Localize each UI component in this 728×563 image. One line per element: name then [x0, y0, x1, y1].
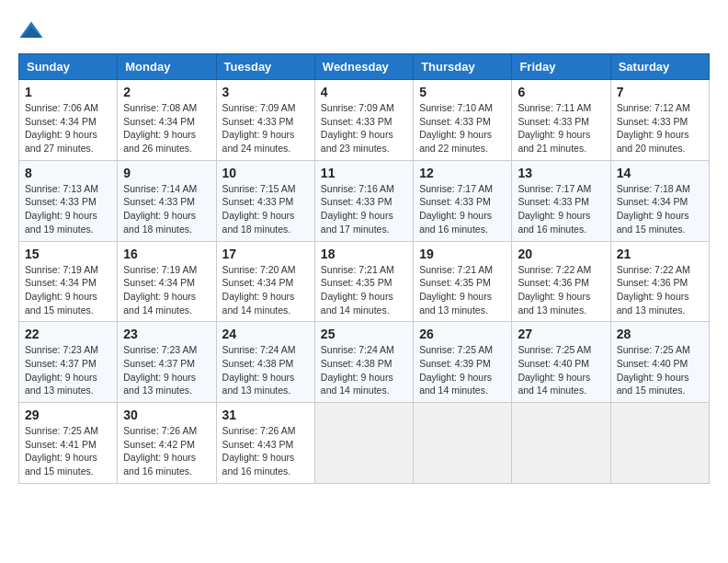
- day-number: 10: [222, 166, 309, 180]
- calendar-cell: 23 Sunrise: 7:23 AM Sunset: 4:37 PM Dayl…: [118, 322, 216, 403]
- calendar-cell: 7 Sunrise: 7:12 AM Sunset: 4:33 PM Dayli…: [610, 80, 709, 161]
- weekday-header: Tuesday: [216, 54, 314, 80]
- day-info: Sunrise: 7:06 AM Sunset: 4:34 PM Dayligh…: [25, 101, 111, 155]
- day-info: Sunrise: 7:13 AM Sunset: 4:33 PM Dayligh…: [25, 182, 111, 236]
- calendar-cell: 3 Sunrise: 7:09 AM Sunset: 4:33 PM Dayli…: [216, 80, 314, 161]
- calendar-cell: 17 Sunrise: 7:20 AM Sunset: 4:34 PM Dayl…: [216, 241, 314, 322]
- day-info: Sunrise: 7:14 AM Sunset: 4:33 PM Dayligh…: [123, 182, 210, 236]
- day-info: Sunrise: 7:23 AM Sunset: 4:37 PM Dayligh…: [25, 343, 111, 397]
- calendar-table: SundayMondayTuesdayWednesdayThursdayFrid…: [18, 53, 710, 484]
- day-info: Sunrise: 7:26 AM Sunset: 4:43 PM Dayligh…: [222, 424, 309, 478]
- calendar-cell: 5 Sunrise: 7:10 AM Sunset: 4:33 PM Dayli…: [414, 80, 512, 161]
- day-number: 5: [419, 85, 506, 99]
- calendar-cell: 6 Sunrise: 7:11 AM Sunset: 4:33 PM Dayli…: [512, 80, 610, 161]
- page-header: [18, 18, 710, 44]
- day-number: 1: [25, 85, 111, 99]
- day-number: 11: [321, 166, 407, 180]
- day-info: Sunrise: 7:08 AM Sunset: 4:34 PM Dayligh…: [123, 101, 210, 155]
- day-info: Sunrise: 7:24 AM Sunset: 4:38 PM Dayligh…: [321, 343, 407, 397]
- day-number: 18: [321, 247, 407, 261]
- calendar-cell: 13 Sunrise: 7:17 AM Sunset: 4:33 PM Dayl…: [512, 160, 610, 241]
- calendar-week: 15 Sunrise: 7:19 AM Sunset: 4:34 PM Dayl…: [19, 241, 710, 322]
- calendar-cell: 14 Sunrise: 7:18 AM Sunset: 4:34 PM Dayl…: [610, 160, 709, 241]
- weekday-header: Sunday: [19, 54, 118, 80]
- calendar-cell: 8 Sunrise: 7:13 AM Sunset: 4:33 PM Dayli…: [19, 160, 118, 241]
- calendar-cell: 1 Sunrise: 7:06 AM Sunset: 4:34 PM Dayli…: [19, 80, 118, 161]
- weekday-header: Saturday: [610, 54, 709, 80]
- calendar-cell: 21 Sunrise: 7:22 AM Sunset: 4:36 PM Dayl…: [610, 241, 709, 322]
- day-number: 27: [518, 327, 604, 341]
- calendar-cell: 22 Sunrise: 7:23 AM Sunset: 4:37 PM Dayl…: [19, 322, 118, 403]
- calendar-week: 22 Sunrise: 7:23 AM Sunset: 4:37 PM Dayl…: [19, 322, 710, 403]
- calendar-cell: 2 Sunrise: 7:08 AM Sunset: 4:34 PM Dayli…: [118, 80, 216, 161]
- day-number: 23: [123, 327, 210, 341]
- day-info: Sunrise: 7:23 AM Sunset: 4:37 PM Dayligh…: [123, 343, 210, 397]
- calendar-cell: 15 Sunrise: 7:19 AM Sunset: 4:34 PM Dayl…: [19, 241, 118, 322]
- day-number: 25: [321, 327, 407, 341]
- day-info: Sunrise: 7:24 AM Sunset: 4:38 PM Dayligh…: [222, 343, 309, 397]
- calendar-cell: [414, 403, 512, 484]
- day-info: Sunrise: 7:19 AM Sunset: 4:34 PM Dayligh…: [25, 263, 111, 317]
- calendar-cell: 28 Sunrise: 7:25 AM Sunset: 4:40 PM Dayl…: [610, 322, 709, 403]
- day-number: 6: [518, 85, 604, 99]
- day-number: 29: [25, 408, 111, 422]
- day-number: 20: [518, 247, 604, 261]
- calendar-cell: 9 Sunrise: 7:14 AM Sunset: 4:33 PM Dayli…: [118, 160, 216, 241]
- calendar-cell: 24 Sunrise: 7:24 AM Sunset: 4:38 PM Dayl…: [216, 322, 314, 403]
- day-number: 8: [25, 166, 111, 180]
- weekday-header: Monday: [118, 54, 216, 80]
- calendar-cell: 10 Sunrise: 7:15 AM Sunset: 4:33 PM Dayl…: [216, 160, 314, 241]
- day-info: Sunrise: 7:12 AM Sunset: 4:33 PM Dayligh…: [617, 101, 703, 155]
- calendar-cell: [314, 403, 413, 484]
- day-info: Sunrise: 7:21 AM Sunset: 4:35 PM Dayligh…: [321, 263, 407, 317]
- calendar-cell: 30 Sunrise: 7:26 AM Sunset: 4:42 PM Dayl…: [118, 403, 216, 484]
- day-info: Sunrise: 7:17 AM Sunset: 4:33 PM Dayligh…: [419, 182, 506, 236]
- calendar-cell: 27 Sunrise: 7:25 AM Sunset: 4:40 PM Dayl…: [512, 322, 610, 403]
- calendar-cell: 16 Sunrise: 7:19 AM Sunset: 4:34 PM Dayl…: [118, 241, 216, 322]
- weekday-header: Friday: [512, 54, 610, 80]
- calendar-cell: 18 Sunrise: 7:21 AM Sunset: 4:35 PM Dayl…: [314, 241, 413, 322]
- day-number: 12: [419, 166, 506, 180]
- calendar-cell: 26 Sunrise: 7:25 AM Sunset: 4:39 PM Dayl…: [414, 322, 512, 403]
- day-info: Sunrise: 7:25 AM Sunset: 4:39 PM Dayligh…: [419, 343, 506, 397]
- day-number: 26: [419, 327, 506, 341]
- day-number: 30: [123, 408, 210, 422]
- day-info: Sunrise: 7:25 AM Sunset: 4:40 PM Dayligh…: [617, 343, 703, 397]
- day-info: Sunrise: 7:25 AM Sunset: 4:40 PM Dayligh…: [518, 343, 604, 397]
- day-number: 22: [25, 327, 111, 341]
- calendar-cell: 11 Sunrise: 7:16 AM Sunset: 4:33 PM Dayl…: [314, 160, 413, 241]
- day-number: 2: [123, 85, 210, 99]
- logo-icon: [18, 18, 44, 44]
- day-number: 16: [123, 247, 210, 261]
- day-info: Sunrise: 7:22 AM Sunset: 4:36 PM Dayligh…: [518, 263, 604, 317]
- day-number: 28: [617, 327, 703, 341]
- day-number: 15: [25, 247, 111, 261]
- day-number: 24: [222, 327, 309, 341]
- calendar-cell: 12 Sunrise: 7:17 AM Sunset: 4:33 PM Dayl…: [414, 160, 512, 241]
- day-info: Sunrise: 7:10 AM Sunset: 4:33 PM Dayligh…: [419, 101, 506, 155]
- day-info: Sunrise: 7:25 AM Sunset: 4:41 PM Dayligh…: [25, 424, 111, 478]
- calendar-cell: [512, 403, 610, 484]
- calendar-cell: 31 Sunrise: 7:26 AM Sunset: 4:43 PM Dayl…: [216, 403, 314, 484]
- day-number: 21: [617, 247, 703, 261]
- day-info: Sunrise: 7:17 AM Sunset: 4:33 PM Dayligh…: [518, 182, 604, 236]
- day-info: Sunrise: 7:22 AM Sunset: 4:36 PM Dayligh…: [617, 263, 703, 317]
- day-info: Sunrise: 7:11 AM Sunset: 4:33 PM Dayligh…: [518, 101, 604, 155]
- day-number: 9: [123, 166, 210, 180]
- day-number: 7: [617, 85, 703, 99]
- weekday-header: Wednesday: [314, 54, 413, 80]
- calendar-week: 29 Sunrise: 7:25 AM Sunset: 4:41 PM Dayl…: [19, 403, 710, 484]
- day-info: Sunrise: 7:09 AM Sunset: 4:33 PM Dayligh…: [321, 101, 407, 155]
- day-number: 14: [617, 166, 703, 180]
- day-number: 3: [222, 85, 309, 99]
- day-info: Sunrise: 7:09 AM Sunset: 4:33 PM Dayligh…: [222, 101, 309, 155]
- calendar-week: 8 Sunrise: 7:13 AM Sunset: 4:33 PM Dayli…: [19, 160, 710, 241]
- weekday-header: Thursday: [414, 54, 512, 80]
- day-number: 31: [222, 408, 309, 422]
- day-info: Sunrise: 7:20 AM Sunset: 4:34 PM Dayligh…: [222, 263, 309, 317]
- calendar-cell: 19 Sunrise: 7:21 AM Sunset: 4:35 PM Dayl…: [414, 241, 512, 322]
- day-number: 13: [518, 166, 604, 180]
- day-number: 4: [321, 85, 407, 99]
- day-info: Sunrise: 7:21 AM Sunset: 4:35 PM Dayligh…: [419, 263, 506, 317]
- day-info: Sunrise: 7:15 AM Sunset: 4:33 PM Dayligh…: [222, 182, 309, 236]
